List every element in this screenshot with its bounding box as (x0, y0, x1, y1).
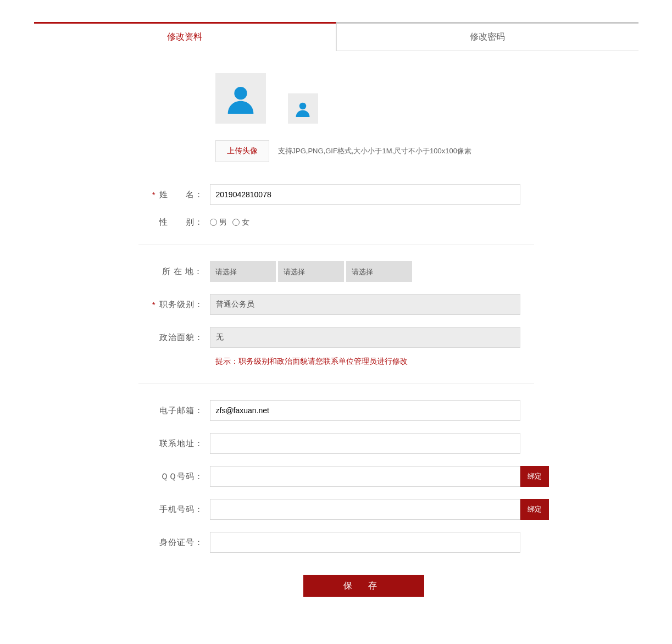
row-political: 政治面貌： (138, 327, 638, 348)
user-icon (295, 101, 311, 117)
row-gender: 性 别： 男 女 (138, 217, 638, 227)
tab-edit-profile[interactable]: 修改资料 (34, 22, 336, 51)
label-gender: 性 别： (159, 217, 203, 227)
location-city-select[interactable]: 请选择 (278, 261, 344, 282)
user-icon (225, 83, 256, 114)
avatar-row (215, 73, 638, 124)
tab-edit-password[interactable]: 修改密码 (336, 24, 638, 51)
idcard-input[interactable] (210, 532, 520, 553)
gender-male-radio[interactable] (210, 219, 217, 226)
phone-input[interactable] (210, 499, 520, 520)
location-district-select[interactable]: 请选择 (346, 261, 412, 282)
label-qq: ＱＱ号码： (160, 471, 203, 482)
save-button[interactable]: 保 存 (303, 575, 424, 597)
upload-hint: 支持JPG,PNG,GIF格式,大小小于1M,尺寸不小于100x100像素 (278, 146, 472, 156)
tip-text: 提示：职务级别和政治面貌请您联系单位管理员进行修改 (215, 357, 638, 367)
email-input[interactable] (210, 400, 520, 421)
divider (138, 383, 534, 384)
avatar-preview-large (215, 73, 266, 124)
label-job-level: 职务级别： (159, 299, 203, 310)
gender-male-label: 男 (219, 218, 227, 227)
row-idcard: 身份证号： (138, 532, 638, 553)
svg-point-0 (234, 87, 247, 99)
form-body: 上传头像 支持JPG,PNG,GIF格式,大小小于1M,尺寸不小于100x100… (34, 51, 638, 619)
name-input[interactable] (210, 184, 520, 205)
job-level-input (210, 294, 520, 315)
tab-bar: 修改资料 修改密码 (34, 24, 638, 51)
gender-female-label: 女 (242, 218, 249, 227)
row-job-level: *职务级别： (138, 294, 638, 315)
row-address: 联系地址： (138, 433, 638, 454)
upload-row: 上传头像 支持JPG,PNG,GIF格式,大小小于1M,尺寸不小于100x100… (215, 140, 638, 162)
gender-radio-group: 男 女 (210, 218, 249, 227)
address-input[interactable] (210, 433, 520, 454)
label-name: 姓 名： (159, 190, 203, 200)
bind-qq-button[interactable]: 绑定 (520, 466, 549, 487)
row-email: 电子邮箱： (138, 400, 638, 421)
political-input (210, 327, 520, 348)
label-address: 联系地址： (159, 438, 203, 449)
location-province-select[interactable]: 请选择 (210, 261, 276, 282)
divider (138, 244, 534, 245)
label-idcard: 身份证号： (159, 537, 203, 548)
row-phone: 手机号码： 绑定 (138, 499, 638, 520)
qq-input[interactable] (210, 466, 520, 487)
required-mark: * (152, 190, 156, 199)
label-location: 所 在 地： (162, 267, 203, 277)
row-name: *姓 名： (138, 184, 638, 205)
gender-female-radio[interactable] (232, 219, 240, 226)
upload-avatar-button[interactable]: 上传头像 (215, 140, 269, 162)
label-political: 政治面貌： (159, 332, 203, 343)
svg-point-1 (299, 102, 307, 109)
bind-phone-button[interactable]: 绑定 (520, 499, 549, 520)
gender-female-option[interactable]: 女 (232, 218, 249, 227)
avatar-preview-small (288, 93, 318, 124)
row-qq: ＱＱ号码： 绑定 (138, 466, 638, 487)
row-location: 所 在 地： 请选择 请选择 请选择 (138, 261, 638, 282)
label-email: 电子邮箱： (159, 406, 203, 416)
label-phone: 手机号码： (159, 504, 203, 515)
gender-male-option[interactable]: 男 (210, 218, 227, 227)
required-mark: * (152, 300, 156, 309)
